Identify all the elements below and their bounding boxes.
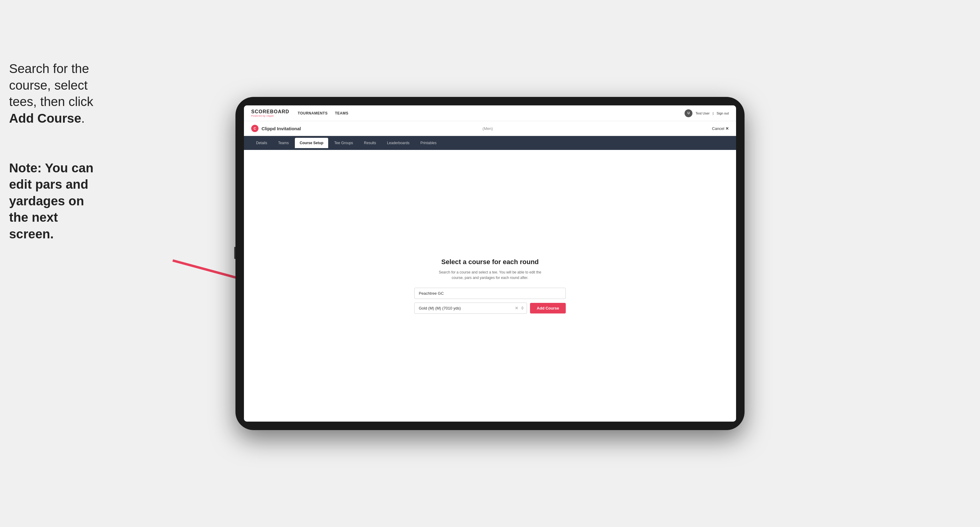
user-avatar: U	[684, 110, 692, 117]
panel-description: Search for a course and select a tee. Yo…	[436, 270, 544, 281]
tab-details[interactable]: Details	[251, 138, 272, 148]
tablet-device: SCOREBOARD Powered by clippd TOURNAMENTS…	[235, 97, 745, 430]
tab-course-setup[interactable]: Course Setup	[295, 138, 328, 148]
tab-teams[interactable]: Teams	[273, 138, 294, 148]
course-search-input[interactable]	[414, 288, 566, 299]
tournament-title: Clippd Invitational	[261, 126, 480, 131]
annotation-bold: Add Course	[9, 111, 81, 125]
nav-teams[interactable]: TEAMS	[335, 110, 348, 117]
course-select-panel: Select a course for each round Search fo…	[414, 258, 566, 314]
annotation-note: Note: You can edit pars and yardages on …	[9, 160, 94, 243]
tee-select[interactable]: Gold (M) (M) (7010 yds)	[414, 303, 527, 314]
logo-area: SCOREBOARD Powered by clippd	[251, 109, 290, 117]
nav-tournaments[interactable]: TOURNAMENTS	[298, 110, 328, 117]
tab-results[interactable]: Results	[359, 138, 381, 148]
nav-links: TOURNAMENTS TEAMS	[298, 110, 685, 117]
tab-printables[interactable]: Printables	[415, 138, 441, 148]
annotation-text: Search for the course, select tees, then…	[9, 60, 94, 243]
logo-sub: Powered by clippd	[251, 114, 290, 117]
tournament-icon: C	[251, 125, 258, 132]
tee-clear-icon[interactable]: ✕	[515, 306, 519, 310]
tab-leaderboards[interactable]: Leaderboards	[382, 138, 414, 148]
tee-select-row: Gold (M) (M) (7010 yds) ✕ Add Course	[414, 303, 566, 314]
panel-title: Select a course for each round	[441, 258, 539, 266]
tab-tee-groups[interactable]: Tee Groups	[329, 138, 358, 148]
cancel-button[interactable]: Cancel✕	[712, 126, 729, 131]
tournament-header: C Clippd Invitational (Men) Cancel✕	[244, 121, 736, 136]
tee-select-wrapper: Gold (M) (M) (7010 yds) ✕	[414, 303, 527, 314]
main-content: Select a course for each round Search fo…	[244, 150, 736, 422]
tablet-side-button	[234, 247, 235, 259]
sign-out-link[interactable]: Sign out	[717, 111, 729, 115]
logo-text: SCOREBOARD	[251, 109, 290, 114]
tablet-screen: SCOREBOARD Powered by clippd TOURNAMENTS…	[244, 105, 736, 422]
tournament-subtitle: (Men)	[482, 126, 493, 131]
user-label: Test User	[695, 111, 710, 115]
user-area: U Test User | Sign out	[684, 110, 729, 117]
tab-bar: Details Teams Course Setup Tee Groups Re…	[244, 136, 736, 150]
add-course-button[interactable]: Add Course	[530, 303, 566, 313]
top-navbar: SCOREBOARD Powered by clippd TOURNAMENTS…	[244, 105, 736, 121]
separator: |	[713, 111, 714, 115]
